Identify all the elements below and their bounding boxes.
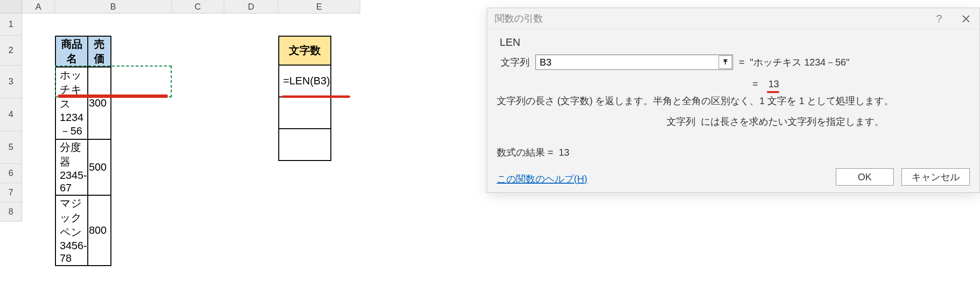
row-headers: 12345678 <box>0 13 22 222</box>
row-head-6[interactable]: 6 <box>0 164 22 183</box>
col-head-e[interactable]: E <box>278 0 360 13</box>
close-icon <box>962 14 970 23</box>
formula-result: 数式の結果 = 13 <box>497 146 570 159</box>
cell-b5[interactable]: マジックペン 3456-78 <box>55 195 88 266</box>
cancel-button[interactable]: キャンセル <box>901 168 970 186</box>
dialog-title: 関数の引数 <box>495 12 543 25</box>
select-all-corner[interactable] <box>0 0 22 13</box>
cell-c3[interactable]: 300 <box>88 67 111 139</box>
col-head-c[interactable]: C <box>172 0 224 13</box>
ok-button[interactable]: OK <box>836 168 894 186</box>
help-button[interactable]: ? <box>926 8 953 29</box>
dialog-titlebar[interactable]: 関数の引数 ? <box>487 8 980 29</box>
row-head-4[interactable]: 4 <box>0 98 22 131</box>
cell-b3[interactable]: ホッチキス 1234－56 <box>55 67 88 139</box>
cell-c4[interactable]: 500 <box>88 139 111 195</box>
row-head-8[interactable]: 8 <box>0 202 22 222</box>
arrow-up-icon <box>722 59 729 66</box>
row-head-7[interactable]: 7 <box>0 183 22 202</box>
col-head-d[interactable]: D <box>224 0 278 13</box>
col-head-a[interactable]: A <box>22 0 55 13</box>
argument-description: 文字列 には長さを求めたい文字列を指定します。 <box>667 115 884 128</box>
help-icon: ? <box>936 13 942 25</box>
arg-eval: = "ホッチキス 1234－56" <box>739 56 849 69</box>
help-link[interactable]: この関数のヘルプ(H) <box>497 173 587 186</box>
function-description: 文字列の長さ (文字数) を返します。半角と全角の区別なく、1 文字を 1 とし… <box>497 94 894 107</box>
function-arguments-dialog: 関数の引数 ? LEN 文字列 = "ホッチキス 1234－56" <box>487 8 980 193</box>
function-name: LEN <box>500 36 970 49</box>
column-headers: ABCDE <box>0 0 360 13</box>
intermediate-result: = 13 <box>752 79 779 90</box>
cell-e4[interactable] <box>279 97 331 129</box>
products-table[interactable]: 商品名 売価 ホッチキス 1234－56 300 分度器 2345-67 500… <box>55 36 111 266</box>
products-table-head-price[interactable]: 売価 <box>88 36 111 67</box>
cell-e3[interactable]: =LEN(B3) <box>279 65 331 97</box>
cell-c5[interactable]: 800 <box>88 195 111 266</box>
row-head-5[interactable]: 5 <box>0 131 22 164</box>
row-head-1[interactable]: 1 <box>0 13 22 36</box>
annotation-red-underline-result <box>767 91 779 93</box>
len-table[interactable]: 文字数 =LEN(B3) <box>278 36 331 161</box>
arg-label: 文字列 <box>500 56 530 69</box>
cell-e5[interactable] <box>279 129 331 161</box>
collapse-dialog-button[interactable] <box>719 55 732 69</box>
row-head-2[interactable]: 2 <box>0 36 22 66</box>
close-button[interactable] <box>953 8 980 29</box>
col-head-b[interactable]: B <box>55 0 172 13</box>
arg-input[interactable] <box>535 54 733 70</box>
row-head-3[interactable]: 3 <box>0 66 22 98</box>
products-table-head-name[interactable]: 商品名 <box>55 36 88 67</box>
len-table-head[interactable]: 文字数 <box>279 36 331 65</box>
cell-b4[interactable]: 分度器 2345-67 <box>55 139 88 195</box>
